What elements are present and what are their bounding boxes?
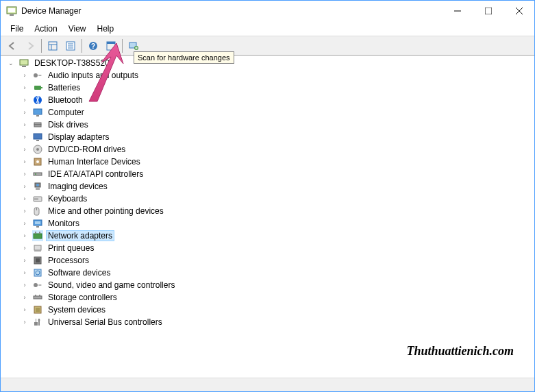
expand-icon[interactable]: ⌄ (6, 58, 16, 68)
tree-item-label: Universal Serial Bus controllers (46, 317, 164, 328)
expand-icon[interactable]: › (20, 268, 29, 278)
expand-icon[interactable]: › (20, 71, 29, 80)
tree-item[interactable]: ›Batteries (2, 82, 533, 94)
tree-item[interactable]: ›IDE ATA/ATAPI controllers (2, 168, 533, 180)
expand-icon[interactable]: › (20, 280, 29, 290)
action-menu-button[interactable] (103, 38, 119, 54)
expand-icon[interactable]: › (20, 83, 29, 93)
svg-rect-48 (36, 226, 39, 228)
expand-icon[interactable]: › (20, 317, 29, 327)
expand-icon[interactable]: › (20, 231, 29, 241)
svg-point-35 (36, 160, 39, 163)
help-button[interactable]: ? (85, 38, 101, 54)
expand-icon[interactable]: › (20, 219, 29, 228)
tree-item[interactable]: ›Audio inputs and outputs (2, 69, 533, 82)
svg-rect-1 (8, 8, 15, 12)
tree-item[interactable]: ›Computer (2, 106, 533, 119)
svg-rect-36 (34, 173, 42, 175)
tree-item[interactable]: ›Disk drives (2, 119, 533, 131)
expand-icon[interactable]: › (20, 182, 29, 191)
expand-icon[interactable]: › (20, 157, 29, 167)
expand-icon[interactable]: › (20, 120, 29, 130)
tree-content: ⌄ DESKTOP-T38S520 ›Audio inputs and outp… (1, 56, 534, 378)
tree-item-label: Storage controllers (46, 292, 119, 303)
expand-icon[interactable]: › (20, 132, 29, 142)
maximize-button[interactable] (473, 1, 503, 21)
svg-rect-21 (22, 66, 26, 67)
device-category-icon (32, 119, 43, 130)
tree-item[interactable]: ›Human Interface Devices (2, 156, 533, 168)
app-icon (6, 5, 17, 16)
menu-help[interactable]: Help (92, 23, 120, 35)
device-category-icon (32, 169, 43, 180)
menu-file[interactable]: File (5, 23, 29, 35)
back-button[interactable] (4, 38, 21, 54)
tree-item[interactable]: ›Storage controllers (2, 291, 533, 304)
tree-item-label: Network adapters (46, 230, 114, 241)
svg-rect-30 (34, 134, 42, 139)
tree-item[interactable]: ›Bluetooth (2, 94, 533, 106)
expand-icon[interactable]: › (20, 95, 29, 105)
forward-button[interactable] (22, 38, 38, 54)
tree-root-row[interactable]: ⌄ DESKTOP-T38S520 (2, 57, 533, 69)
tree-item[interactable]: ›Imaging devices (2, 180, 533, 193)
tree-item[interactable]: ›Mice and other pointing devices (2, 205, 533, 217)
tree-item[interactable]: ›Print queues (2, 242, 533, 254)
expand-icon[interactable]: › (20, 194, 29, 204)
expand-icon[interactable]: › (20, 256, 29, 265)
tree-item-label: Audio inputs and outputs (46, 70, 140, 81)
svg-rect-26 (34, 109, 42, 114)
titlebar: Device Manager (1, 1, 534, 21)
svg-rect-29 (34, 125, 41, 127)
tree-item[interactable]: ›System devices (2, 304, 533, 316)
tree-item[interactable]: ›Monitors (2, 217, 533, 230)
tree-item-label: IDE ATA/ATAPI controllers (46, 169, 145, 180)
svg-rect-23 (34, 86, 41, 90)
device-category-icon (32, 193, 43, 204)
scan-hardware-tooltip: Scan for hardware changes (134, 51, 234, 64)
expand-icon[interactable]: › (20, 169, 29, 179)
svg-point-58 (34, 283, 38, 287)
statusbar (1, 378, 534, 391)
expand-icon[interactable]: › (20, 206, 29, 216)
tree-item[interactable]: ›Keyboards (2, 193, 533, 205)
tree-item-label: System devices (46, 304, 108, 315)
menu-action[interactable]: Action (29, 23, 62, 35)
minimize-button[interactable] (442, 1, 473, 21)
tree-item[interactable]: ›Sound, video and game controllers (2, 279, 533, 291)
tree-item[interactable]: ›Universal Serial Bus controllers (2, 316, 533, 328)
tree-item[interactable]: ›Network adapters (2, 230, 533, 242)
device-category-icon (32, 218, 43, 229)
menu-view[interactable]: View (63, 23, 92, 35)
close-button[interactable] (503, 1, 534, 21)
toolbar-separator (82, 39, 82, 53)
tree-item-label: Disk drives (46, 119, 90, 130)
device-category-icon (32, 280, 43, 291)
device-category-icon (32, 255, 43, 266)
device-manager-window: Device Manager File Action View Help ? ⌄… (0, 0, 535, 392)
svg-rect-20 (20, 60, 28, 65)
svg-rect-4 (485, 8, 492, 14)
expand-icon[interactable]: › (20, 243, 29, 253)
show-hide-tree-button[interactable] (45, 38, 61, 54)
expand-icon[interactable]: › (20, 293, 29, 302)
properties-button[interactable] (62, 38, 79, 54)
expand-icon[interactable]: › (20, 145, 29, 154)
svg-rect-61 (39, 295, 40, 296)
device-category-icon (32, 82, 43, 93)
tree-item[interactable]: ›Processors (2, 254, 533, 267)
device-category-icon (32, 206, 43, 217)
tree-item-label: Keyboards (46, 193, 89, 204)
tree-item[interactable]: ›Software devices (2, 267, 533, 279)
window-controls (442, 1, 534, 21)
svg-rect-49 (34, 234, 42, 238)
svg-point-37 (35, 173, 36, 175)
expand-icon[interactable]: › (20, 108, 29, 117)
expand-icon[interactable]: › (20, 305, 29, 315)
tree-item[interactable]: ›DVD/CD-ROM drives (2, 143, 533, 156)
svg-point-22 (34, 73, 38, 77)
tree-item[interactable]: ›Display adapters (2, 131, 533, 143)
svg-point-64 (38, 319, 40, 321)
device-category-icon (32, 292, 43, 303)
svg-rect-24 (41, 87, 42, 88)
